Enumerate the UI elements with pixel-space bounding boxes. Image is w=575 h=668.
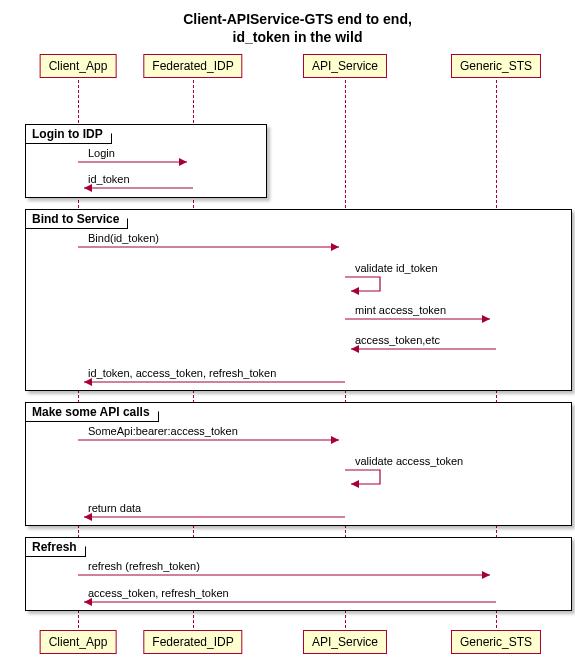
- participant-sts-bottom: Generic_STS: [451, 630, 541, 654]
- msg-tokens-all: id_token, access_token, refresh_token: [88, 367, 276, 379]
- participant-sts-top: Generic_STS: [451, 54, 541, 78]
- group-login: Login to IDP: [25, 124, 267, 198]
- group-label-refresh: Refresh: [26, 538, 86, 557]
- msg-someapi: SomeApi:bearer:access_token: [88, 425, 238, 437]
- participant-client-bottom: Client_App: [40, 630, 117, 654]
- msg-mint: mint access_token: [355, 304, 446, 316]
- participant-idp-top: Federated_IDP: [143, 54, 242, 78]
- participant-client-top: Client_App: [40, 54, 117, 78]
- msg-access-etc: access_token,etc: [355, 334, 440, 346]
- group-label-login: Login to IDP: [26, 125, 112, 144]
- msg-validate-id: validate id_token: [355, 262, 438, 274]
- msg-refresh-req: refresh (refresh_token): [88, 560, 200, 572]
- group-label-bind: Bind to Service: [26, 210, 128, 229]
- group-refresh: Refresh: [25, 537, 572, 611]
- msg-validate-access: validate access_token: [355, 455, 463, 467]
- msg-return-data: return data: [88, 502, 141, 514]
- group-label-calls: Make some API calls: [26, 403, 159, 422]
- msg-bind-id: Bind(id_token): [88, 232, 159, 244]
- diagram-title: Client-APIService-GTS end to end, id_tok…: [10, 10, 575, 46]
- msg-refresh-resp: access_token, refresh_token: [88, 587, 229, 599]
- participant-api-top: API_Service: [303, 54, 387, 78]
- msg-login: Login: [88, 147, 115, 159]
- participant-idp-bottom: Federated_IDP: [143, 630, 242, 654]
- participant-api-bottom: API_Service: [303, 630, 387, 654]
- sequence-diagram: Client_App Federated_IDP API_Service Gen…: [10, 54, 575, 654]
- msg-id-token: id_token: [88, 173, 130, 185]
- title-line-2: id_token in the wild: [233, 29, 363, 45]
- title-line-1: Client-APIService-GTS end to end,: [183, 11, 412, 27]
